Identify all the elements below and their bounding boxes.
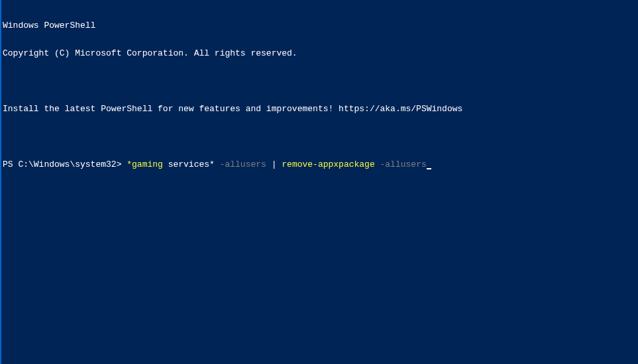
cmd-param-allusers1: -allusers bbox=[215, 159, 266, 169]
header-title: Windows PowerShell bbox=[3, 21, 637, 30]
install-notice: Install the latest PowerShell for new fe… bbox=[3, 105, 637, 114]
cmd-arg-gaming: *gaming bbox=[127, 159, 163, 169]
header-copyright: Copyright (C) Microsoft Corporation. All… bbox=[3, 49, 637, 58]
cmd-pipe: | bbox=[266, 159, 282, 169]
blank-line bbox=[3, 132, 637, 142]
cmd-remove-appxpackage: remove-appxpackage bbox=[282, 159, 374, 169]
text-cursor bbox=[427, 168, 431, 169]
blank-line bbox=[3, 77, 637, 86]
prompt-path: PS C:\Windows\system32> bbox=[3, 159, 127, 169]
cmd-arg-services: services* bbox=[163, 159, 215, 169]
cmd-param-allusers2: -allusers bbox=[375, 159, 427, 169]
command-line[interactable]: PS C:\Windows\system32> *gaming services… bbox=[3, 160, 637, 169]
powershell-terminal[interactable]: Windows PowerShell Copyright (C) Microso… bbox=[1, 0, 638, 181]
